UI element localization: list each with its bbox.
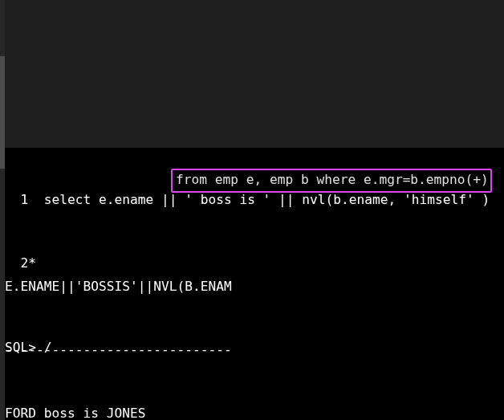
- query-results-block: E.ENAME||'BOSSIS'||NVL(B.ENAM ----------…: [5, 234, 232, 420]
- highlighted-code-box: from emp e, emp b where e.mgr=b.empno(+): [171, 169, 492, 193]
- terminal-output: 1 select e.ename || ' boss is ' || nvl(b…: [5, 148, 504, 420]
- result-column-header: E.ENAME||'BOSSIS'||NVL(B.ENAM: [5, 276, 232, 297]
- line-number: 1: [5, 192, 28, 207]
- result-divider: -----------------------------: [5, 340, 232, 361]
- sql-code: select e.ename || ' boss is ' || nvl(b.e…: [28, 192, 490, 207]
- result-row: FORD boss is JONES: [5, 403, 232, 420]
- highlighted-code: from emp e, emp b where e.mgr=b.empno(+): [176, 172, 489, 187]
- code-line-1: 1 select e.ename || ' boss is ' || nvl(b…: [5, 190, 490, 210]
